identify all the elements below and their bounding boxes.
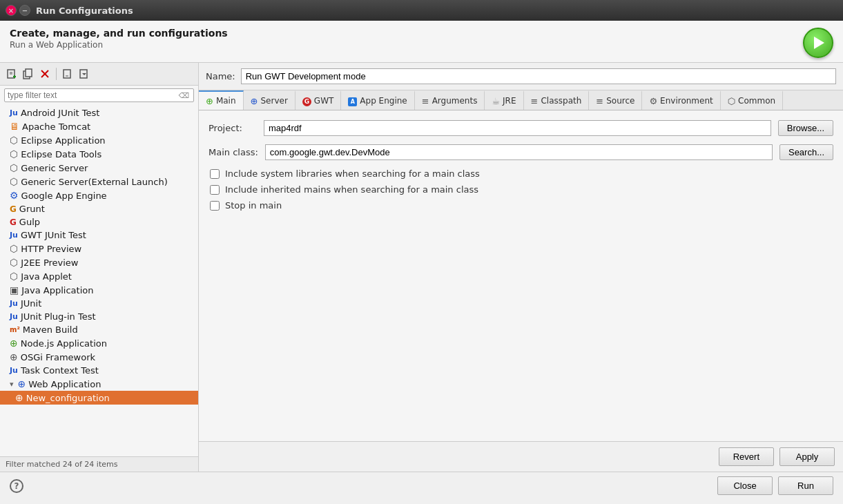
j2ee-preview-icon: ⬡ xyxy=(10,257,18,268)
checkbox-stop-in-main[interactable] xyxy=(210,201,220,211)
sidebar-item-label: Gulp xyxy=(19,217,193,227)
header-area: Create, manage, and run configurations R… xyxy=(0,21,843,63)
tab-main[interactable]: ⊕ Main xyxy=(199,90,244,110)
sidebar-item-generic-server-ext[interactable]: ⬡ Generic Server(External Launch) xyxy=(0,175,198,188)
sidebar-item-maven[interactable]: m² Maven Build xyxy=(0,323,198,336)
sidebar-item-osgi[interactable]: ⊕ OSGi Framework xyxy=(0,350,198,364)
sidebar: ⌫ Ju Android JUnit Test 🖥 Apache Tomcat … xyxy=(0,63,199,472)
sidebar-item-nodejs[interactable]: ⊕ Node.js Application xyxy=(0,336,198,350)
checkbox-stop-in-main-label: Stop in main xyxy=(225,200,282,211)
close-button[interactable]: Close xyxy=(717,476,773,495)
tab-source[interactable]: ≡ Source xyxy=(589,90,642,110)
gwt-tab-label: GWT xyxy=(314,96,334,106)
window-title: Run Configurations xyxy=(36,6,133,16)
footer: ? Close Run xyxy=(0,472,843,499)
project-browse-button[interactable]: Browse... xyxy=(778,120,833,136)
filter-input[interactable] xyxy=(8,90,177,100)
sidebar-item-java-applet[interactable]: ⬡ Java Applet xyxy=(0,269,198,283)
server-tab-icon: ⊕ xyxy=(251,96,258,106)
expand-icon[interactable]: ▾ xyxy=(10,380,14,389)
checkbox-inherited-mains[interactable] xyxy=(210,185,220,195)
sidebar-item-label: Apache Tomcat xyxy=(22,122,193,132)
tab-common[interactable]: ⬡ Common xyxy=(721,90,783,110)
sidebar-item-android-junit[interactable]: Ju Android JUnit Test xyxy=(0,106,198,119)
main-class-row: Main class: Search... xyxy=(209,144,833,160)
checkbox-stop-in-main-row: Stop in main xyxy=(209,200,833,211)
revert-button[interactable]: Revert xyxy=(719,447,774,466)
sidebar-item-label: New_configuration xyxy=(26,393,193,403)
sidebar-item-generic-server[interactable]: ⬡ Generic Server xyxy=(0,161,198,175)
app-engine-tab-label: App Engine xyxy=(360,96,407,106)
main-class-input[interactable] xyxy=(265,144,773,160)
sidebar-item-junit-plugin[interactable]: Ju JUnit Plug-in Test xyxy=(0,310,198,323)
sidebar-item-java-application[interactable]: ▣ Java Application xyxy=(0,283,198,297)
sidebar-item-eclipse-app[interactable]: ⬡ Eclipse Application xyxy=(0,133,198,147)
sidebar-item-label: GWT JUnit Test xyxy=(21,230,193,240)
tab-jre[interactable]: ☕ JRE xyxy=(485,90,523,110)
junit-icon: Ju xyxy=(10,299,18,308)
name-input[interactable] xyxy=(241,68,836,84)
import-button[interactable] xyxy=(77,66,92,81)
close-window-button[interactable]: × xyxy=(6,5,17,16)
sidebar-item-new-configuration[interactable]: ⊕ New_configuration xyxy=(0,391,198,405)
tab-environment[interactable]: ⚙ Environment xyxy=(642,90,720,110)
sidebar-item-eclipse-data[interactable]: ⬡ Eclipse Data Tools xyxy=(0,147,198,161)
sidebar-item-google-app-engine[interactable]: ⚙ Google App Engine xyxy=(0,188,198,202)
tab-app-engine[interactable]: A App Engine xyxy=(341,90,414,110)
java-application-icon: ▣ xyxy=(10,284,19,295)
sidebar-item-gulp[interactable]: G Gulp xyxy=(0,215,198,229)
main-class-search-button[interactable]: Search... xyxy=(779,144,833,160)
help-button[interactable]: ? xyxy=(10,479,23,493)
tab-arguments[interactable]: ≡ Arguments xyxy=(415,90,485,110)
classpath-tab-icon: ≡ xyxy=(531,96,539,106)
content-panel: Name: ⊕ Main ⊕ Server G GWT A xyxy=(199,63,843,472)
sidebar-item-grunt[interactable]: G Grunt xyxy=(0,202,198,215)
source-tab-label: Source xyxy=(606,96,634,106)
filter-clear-button[interactable]: ⌫ xyxy=(177,91,191,100)
run-button[interactable] xyxy=(803,28,833,58)
sidebar-toolbar xyxy=(0,63,198,86)
grunt-icon: G xyxy=(10,204,17,214)
export-button[interactable] xyxy=(60,66,75,81)
sidebar-item-task-context-test[interactable]: Ju Task Context Test xyxy=(0,364,198,377)
run-footer-button[interactable]: Run xyxy=(778,476,833,495)
separator1 xyxy=(56,68,57,80)
sidebar-item-junit[interactable]: Ju JUnit xyxy=(0,297,198,310)
sidebar-item-label: JUnit Plug-in Test xyxy=(21,311,193,322)
sidebar-item-http-preview[interactable]: ⬡ HTTP Preview xyxy=(0,242,198,255)
delete-config-button[interactable] xyxy=(37,66,52,81)
filter-status: Filter matched 24 of 24 items xyxy=(6,460,117,469)
copy-config-button[interactable] xyxy=(21,66,36,81)
sidebar-item-label: Java Application xyxy=(21,285,193,295)
sidebar-item-j2ee-preview[interactable]: ⬡ J2EE Preview xyxy=(0,255,198,269)
sidebar-item-apache-tomcat[interactable]: 🖥 Apache Tomcat xyxy=(0,119,198,133)
android-junit-icon: Ju xyxy=(10,108,18,117)
tab-classpath[interactable]: ≡ Classpath xyxy=(524,90,590,110)
sidebar-item-label: Eclipse Application xyxy=(21,135,193,146)
checkbox-inherited-mains-row: Include inherited mains when searching f… xyxy=(209,184,833,195)
http-preview-icon: ⬡ xyxy=(10,243,18,254)
project-input[interactable] xyxy=(264,120,771,136)
java-applet-icon: ⬡ xyxy=(10,271,18,282)
header-title: Create, manage, and run configurations xyxy=(10,28,228,39)
footer-right: Close Run xyxy=(717,476,833,495)
svg-rect-9 xyxy=(64,70,70,78)
name-label: Name: xyxy=(206,71,235,81)
footer-left: ? xyxy=(10,479,23,493)
new-config-icon: ⊕ xyxy=(15,392,23,403)
tab-gwt[interactable]: G GWT xyxy=(295,90,342,110)
gwt-tab-icon: G xyxy=(302,95,311,106)
sidebar-item-label: Task Context Test xyxy=(21,365,193,376)
sidebar-item-web-application[interactable]: ▾ ⊕ Web Application xyxy=(0,377,198,391)
eclipse-app-icon: ⬡ xyxy=(10,135,18,146)
sidebar-item-gwt-junit[interactable]: Ju GWT JUnit Test xyxy=(0,229,198,242)
window-controls[interactable]: × − xyxy=(6,5,30,16)
new-config-button[interactable] xyxy=(4,66,19,81)
minimize-window-button[interactable]: − xyxy=(19,5,30,16)
apply-button[interactable]: Apply xyxy=(779,447,835,466)
filter-box[interactable]: ⌫ xyxy=(4,88,194,102)
sidebar-item-label: Android JUnit Test xyxy=(21,108,193,118)
tab-server[interactable]: ⊕ Server xyxy=(244,90,295,110)
main-class-label: Main class: xyxy=(209,147,258,157)
checkbox-system-libs[interactable] xyxy=(210,169,220,179)
